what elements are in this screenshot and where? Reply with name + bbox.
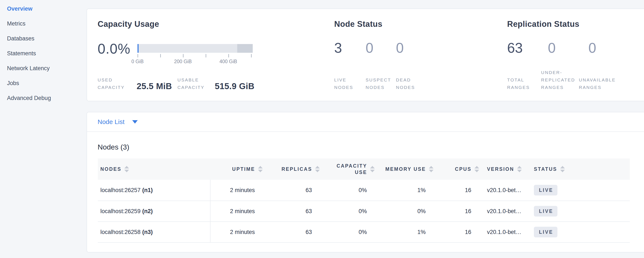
header-uptime[interactable]: UPTIME [210,166,263,172]
capacity-gauge-bar [138,44,253,53]
header-version[interactable]: VERSION [479,166,534,172]
axis-label-200gib: 200 GiB [174,59,192,64]
usable-capacity-metric: USABLE CAPACITY 515.9 GiB [178,76,254,91]
sidebar-item-databases[interactable]: Databases [7,31,86,46]
sort-icon [258,166,263,172]
sidebar-item-overview[interactable]: Overview [7,1,86,16]
live-nodes-label: LIVE NODES [334,76,366,91]
replication-labels: TOTAL RANGES UNDER-REPLICATED RANGES UNA… [507,69,639,91]
node-address: localhost:26259 [100,208,140,215]
sort-icon [315,166,320,172]
header-replicas-label: REPLICAS [282,166,312,172]
capacity-use-cell: 0% [320,187,375,194]
memory-use-cell: 1% [375,229,434,235]
replication-status-title: Replication Status [507,20,639,29]
header-cpus[interactable]: CPUS [434,166,479,172]
sidebar-item-metrics[interactable]: Metrics [7,16,86,31]
capacity-gauge-row: 0.0% [98,41,334,65]
memory-use-cell: 0% [375,208,434,215]
capacity-metrics: USED CAPACITY 25.5 MiB USABLE CAPACITY 5… [98,76,334,91]
cluster-summary-card: Capacity Usage 0.0% [86,9,644,101]
uptime-cell: 2 minutes [210,187,263,194]
node-list-dropdown[interactable]: Node List [98,118,138,125]
dead-nodes-label: DEAD NODES [396,76,430,91]
replicas-cell: 63 [263,229,320,235]
node-address-cell[interactable]: localhost:26257 (n1) [98,180,210,201]
capacity-used-segment [138,44,138,53]
used-capacity-metric: USED CAPACITY 25.5 MiB [98,76,172,91]
sort-icon [560,166,565,172]
status-cell: LIVE [534,185,630,195]
table-row[interactable]: localhost:26258 (n3) 2 minutes 63 0% 1% … [98,221,630,242]
usable-capacity-label: USABLE CAPACITY [178,76,211,91]
replicas-cell: 63 [263,187,320,194]
capacity-usage-title: Capacity Usage [98,20,334,29]
node-status-values: 3 0 0 [334,40,507,56]
used-capacity-value: 25.5 MiB [137,81,172,91]
capacity-use-cell: 0% [320,229,375,235]
node-address-cell[interactable]: localhost:26259 (n2) [98,201,210,221]
replication-values: 63 0 0 [507,40,639,56]
capacity-other-segment [237,44,253,53]
header-status[interactable]: STATUS [534,166,630,172]
view-selector-bar: Node List [87,112,644,132]
axis-label-0gib: 0 GiB [131,59,144,64]
nodes-heading: Nodes (3) [98,143,644,151]
main-content: Capacity Usage 0.0% [86,0,644,258]
table-row[interactable]: localhost:26259 (n2) 2 minutes 63 0% 0% … [98,201,630,221]
header-cpus-label: CPUS [455,166,472,172]
version-cell: v20.1.0-bet… [479,187,534,194]
sidebar-item-statements[interactable]: Statements [7,46,86,61]
header-version-label: VERSION [487,166,514,172]
axis-label-400gib: 400 GiB [220,59,237,64]
nodes-table-header: NODES UPTIME REPLICAS CAPACITY USE [98,159,630,180]
live-nodes-count: 3 [334,40,366,56]
nodes-table: NODES UPTIME REPLICAS CAPACITY USE [98,159,630,243]
under-replicated-count: 0 [548,40,588,56]
sidebar-item-advanced-debug[interactable]: Advanced Debug [7,91,86,105]
capacity-axis-labels: 0 GiB 200 GiB 400 GiB [138,59,253,65]
sort-icon [429,166,434,172]
status-badge: LIVE [534,227,558,237]
cpus-cell: 16 [434,208,479,215]
sort-icon [124,166,129,172]
sidebar-item-jobs[interactable]: Jobs [7,76,86,91]
node-status-labels: LIVE NODES SUSPECT NODES DEAD NODES [334,76,507,91]
version-cell: v20.1.0-bet… [479,208,534,215]
total-ranges-label: TOTAL RANGES [507,76,541,91]
status-badge: LIVE [534,185,558,195]
header-memory-use[interactable]: MEMORY USE [375,166,434,172]
usable-capacity-value: 515.9 GiB [215,81,254,91]
node-list-card: Node List Nodes (3) NODES UPTIME [86,112,644,252]
memory-use-cell: 1% [375,187,434,194]
node-address-cell[interactable]: localhost:26258 (n3) [98,222,210,242]
header-capacity-use-label: CAPACITY USE [332,163,367,176]
sidebar-item-network-latency[interactable]: Network Latency [7,61,86,76]
node-address: localhost:26257 [100,187,140,194]
used-capacity-label: USED CAPACITY [98,76,133,91]
header-nodes-label: NODES [100,166,121,172]
dead-nodes-count: 0 [396,40,440,56]
capacity-gauge: 0 GiB 200 GiB 400 GiB [138,44,253,65]
replication-status-section: Replication Status 63 0 0 TOTAL RANGES U… [507,20,639,91]
header-capacity-use[interactable]: CAPACITY USE [320,163,375,176]
node-status-title: Node Status [334,20,507,29]
capacity-use-cell: 0% [320,208,375,215]
header-nodes[interactable]: NODES [98,166,210,172]
suspect-nodes-count: 0 [366,40,396,56]
header-status-label: STATUS [534,166,557,172]
sort-icon [474,166,479,172]
status-cell: LIVE [534,206,630,216]
status-cell: LIVE [534,227,630,237]
node-id: (n3) [142,229,153,235]
table-row[interactable]: localhost:26257 (n1) 2 minutes 63 0% 1% … [98,180,630,201]
node-id: (n1) [142,187,153,194]
total-ranges-count: 63 [507,40,548,56]
sidebar: Overview Metrics Databases Statements Ne… [0,0,86,258]
sort-icon [370,166,375,172]
header-replicas[interactable]: REPLICAS [263,166,320,172]
unavailable-count: 0 [588,40,639,56]
chevron-down-icon [132,120,138,123]
suspect-nodes-label: SUSPECT NODES [366,76,396,91]
capacity-axis-ticks [138,54,253,57]
